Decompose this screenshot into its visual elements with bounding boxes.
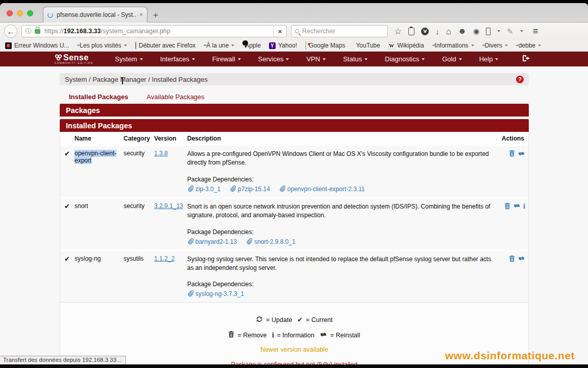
package-row-openvpn-client-export: ✔openvpn-client-exportsecurity1.3.8Allow… <box>60 145 528 198</box>
window-controls <box>7 10 33 16</box>
paperclip-icon <box>187 185 193 193</box>
menu-icon[interactable]: ≡ <box>533 26 538 37</box>
package-name: syslog-ng <box>72 250 121 303</box>
bookmark-les-plus-visit-s[interactable]: Les plus visités <box>77 42 127 49</box>
bookmark-youtube[interactable]: YouTube <box>353 42 380 49</box>
package-version-link[interactable]: 3.2.9.1_13 <box>154 202 183 210</box>
tab-installed-packages[interactable]: Installed Packages <box>60 90 137 105</box>
text-cursor-icon <box>120 77 125 85</box>
package-version-link[interactable]: 1.1.2_2 <box>154 255 175 262</box>
stop-loading-button[interactable]: × <box>273 26 286 37</box>
bookmark-google-maps[interactable]: Google Maps <box>305 42 345 49</box>
pfsense-page: Sense COMMUNITY EDITION SystemInterfaces… <box>0 52 588 364</box>
reinstall-action-icon[interactable] <box>518 150 525 158</box>
bookmarks-bar: Erreur Windows U...Les plus visitésDébut… <box>0 40 588 52</box>
close-window-button[interactable] <box>7 10 13 16</box>
remove-action-icon[interactable] <box>509 150 515 158</box>
search-input[interactable]: Rechercher <box>291 25 388 37</box>
downloads-icon[interactable]: ↓ <box>435 28 439 35</box>
adblock-icon[interactable]: ◉ <box>473 28 479 35</box>
remove-action-icon[interactable] <box>509 255 515 264</box>
search-placeholder: Rechercher <box>302 28 335 35</box>
bookmark-apple[interactable]: Apple <box>242 42 261 49</box>
dependency-link[interactable]: zip-3.0_1 <box>187 185 220 193</box>
bookmark-divers[interactable]: Divers <box>482 42 508 49</box>
dependency-link[interactable]: syslog-ng-3.7.3_1 <box>187 290 244 298</box>
chevron-down-icon <box>238 58 241 60</box>
dependency-link[interactable]: barnyard2-1.13 <box>187 238 237 246</box>
paperclip-icon <box>246 238 252 246</box>
pocket-icon[interactable]: ᐯ <box>421 28 429 35</box>
https-lock-icon[interactable] <box>35 29 40 34</box>
paperclip-icon <box>279 185 285 193</box>
new-tab-button[interactable]: + <box>153 10 158 20</box>
minimize-window-button[interactable] <box>17 10 23 16</box>
chevron-down-icon[interactable] <box>520 30 523 32</box>
pfsense-logo-subtitle: COMMUNITY EDITION <box>55 62 93 65</box>
chevron-down-icon <box>192 58 195 60</box>
sidebar-panel-icon[interactable] <box>486 28 491 35</box>
browser-toolbar: ← ⓘ https://192.168.3.33/system_camanage… <box>0 22 588 40</box>
maps-icon <box>305 42 306 49</box>
bookmark-informations[interactable]: Informations <box>432 42 474 49</box>
package-category: sysutils <box>121 250 152 303</box>
legend-current: ✔= Current <box>297 316 332 324</box>
legend-information: i= Information <box>272 332 314 339</box>
bookmark-d-buter-avec-firefox[interactable]: Débuter avec Firefox <box>135 42 195 49</box>
nav-help[interactable]: Help <box>471 52 507 66</box>
bookmark-yahoo[interactable]: YYahoo! <box>269 42 297 49</box>
dependencies-label: Package Dependencies: <box>187 281 495 288</box>
site-info-icon[interactable]: ⓘ <box>26 27 32 36</box>
col-header-version: Version <box>152 132 185 145</box>
package-name: snort <box>72 198 121 250</box>
nav-status[interactable]: Status <box>334 52 376 66</box>
paperclip-icon <box>230 185 236 193</box>
help-icon[interactable]: ? <box>516 76 524 83</box>
bookmark-wikip-dia[interactable]: WWikipédia <box>388 42 424 49</box>
back-button[interactable]: ← <box>4 25 17 38</box>
nav-diagnostics[interactable]: Diagnostics <box>376 52 433 66</box>
package-version-link[interactable]: 1.3.8 <box>154 150 168 157</box>
nav-services[interactable]: Services <box>250 52 298 66</box>
nav-system[interactable]: System <box>106 52 151 66</box>
section-title: Installed Packages <box>60 119 529 132</box>
logout-icon[interactable] <box>522 55 530 64</box>
dependency-link[interactable]: snort-2.9.8.0_1 <box>246 238 296 246</box>
nav-firewall[interactable]: Firewall <box>204 52 250 66</box>
bookmark-star-icon[interactable]: ☆ <box>394 27 402 36</box>
remove-action-icon[interactable] <box>504 202 510 211</box>
tab-close-icon[interactable]: × <box>139 11 143 18</box>
packages-panel: Packages Installed Packages Name Categor… <box>60 104 529 368</box>
reinstall-action-icon[interactable] <box>513 202 521 211</box>
chevron-down-icon[interactable] <box>497 30 500 32</box>
tab-title: pfsense.duverlie.local - Syst... <box>57 11 136 18</box>
home-icon[interactable]: ⌂ <box>446 27 451 36</box>
package-name: openvpn-client-export <box>72 145 121 198</box>
bookmark-debbe[interactable]: debbe <box>516 42 541 49</box>
information-action-icon[interactable]: i <box>523 203 525 210</box>
pfsense-knot-icon <box>55 54 62 61</box>
browser-tab[interactable]: pfsense.duverlie.local - Syst... × <box>43 7 148 22</box>
reinstall-action-icon[interactable] <box>518 255 525 263</box>
zoom-window-button[interactable] <box>27 10 33 16</box>
dependency-link[interactable]: openvpn-client-export-2.3.11 <box>279 185 365 193</box>
url-bar[interactable]: ⓘ https://192.168.3.33/system_camanager.… <box>21 25 287 37</box>
url-text[interactable]: https://192.168.3.33/system_camanager.ph… <box>44 28 273 35</box>
pfsense-logo[interactable]: Sense COMMUNITY EDITION <box>55 54 93 65</box>
package-row-snort: ✔snortsecurity3.2.9.1_13Snort is an open… <box>60 198 528 250</box>
watermark-text: www.dsinformatique.net <box>445 350 575 362</box>
dependencies-label: Package Dependencies: <box>187 228 495 236</box>
dependency-link[interactable]: p7zip-15.14 <box>230 185 270 193</box>
nav-gold[interactable]: Gold <box>433 52 470 66</box>
package-row-syslog-ng: ✔syslog-ngsysutils1.1.2_2Syslog-ng syslo… <box>60 250 528 303</box>
bookmarks-menu-icon[interactable] <box>408 28 414 35</box>
bookmark-la-une[interactable]: À la une <box>204 42 234 49</box>
bookmark-erreur-windows-u[interactable]: Erreur Windows U... <box>5 42 69 49</box>
nav-interfaces[interactable]: Interfaces <box>152 52 204 66</box>
chevron-down-icon <box>323 58 326 60</box>
legend-line: = Removei= Information= Reinstall <box>60 331 528 339</box>
ghostery-icon[interactable]: ☻ <box>458 27 467 35</box>
tab-available-packages[interactable]: Available Packages <box>137 90 213 105</box>
extension-icon[interactable]: ✎ <box>507 28 513 35</box>
nav-vpn[interactable]: VPN <box>298 52 334 66</box>
